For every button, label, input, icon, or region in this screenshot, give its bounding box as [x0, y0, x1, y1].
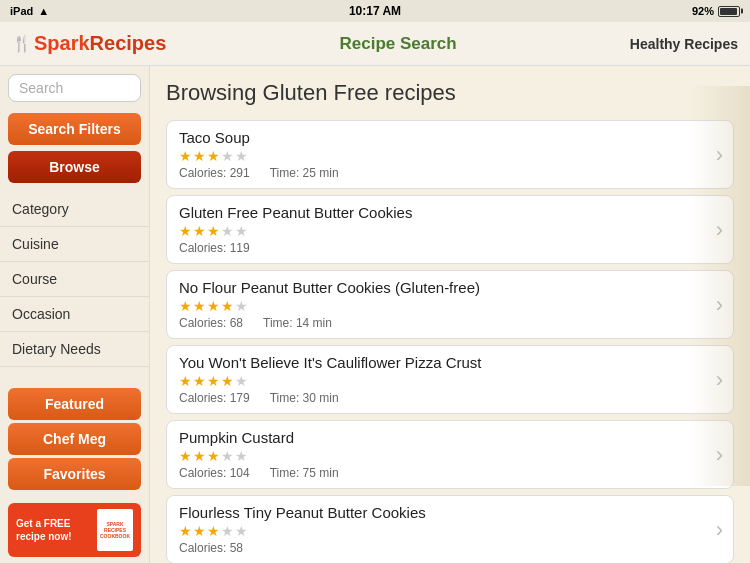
star-icon: ★	[193, 373, 206, 389]
star-icon: ★	[221, 448, 234, 464]
header: 🍴 SparkRecipes Recipe Search Healthy Rec…	[0, 22, 750, 66]
star-icon: ★	[179, 448, 192, 464]
recipe-time: Time: 75 min	[270, 466, 339, 480]
recipe-card[interactable]: Pumpkin Custard★★★★★Calories: 104Time: 7…	[166, 420, 734, 489]
header-title: Recipe Search	[339, 34, 456, 54]
recipe-meta: Calories: 68Time: 14 min	[179, 316, 705, 330]
status-time: 10:17 AM	[349, 4, 401, 18]
main-layout: Search Search Filters Browse Category Cu…	[0, 66, 750, 563]
search-input[interactable]: Search	[8, 74, 141, 102]
recipe-name: Gluten Free Peanut Butter Cookies	[179, 204, 705, 221]
promo-line1: Get a FREE	[16, 517, 93, 530]
recipe-card[interactable]: Gluten Free Peanut Butter Cookies★★★★★Ca…	[166, 195, 734, 264]
favorites-button[interactable]: Favorites	[8, 458, 141, 490]
star-icon: ★	[193, 148, 206, 164]
star-icon: ★	[207, 148, 220, 164]
main-content: Browsing Gluten Free recipes Taco Soup★★…	[150, 66, 750, 563]
star-icon: ★	[193, 523, 206, 539]
star-icon: ★	[235, 298, 248, 314]
recipe-time: Time: 14 min	[263, 316, 332, 330]
star-icon: ★	[235, 448, 248, 464]
recipe-meta: Calories: 104Time: 75 min	[179, 466, 705, 480]
logo-recipes: Recipes	[90, 32, 167, 54]
ipad-label: iPad	[10, 5, 33, 17]
recipe-calories: Calories: 58	[179, 541, 243, 555]
star-icon: ★	[179, 523, 192, 539]
recipe-card[interactable]: You Won't Believe It's Cauliflower Pizza…	[166, 345, 734, 414]
recipe-time: Time: 25 min	[270, 166, 339, 180]
sidebar-item-cuisine[interactable]: Cuisine	[0, 227, 149, 262]
star-icon: ★	[193, 448, 206, 464]
battery-icon	[718, 6, 740, 17]
star-icon: ★	[179, 223, 192, 239]
status-left: iPad ▲	[10, 5, 49, 17]
healthy-recipes-link[interactable]: Healthy Recipes	[630, 36, 738, 52]
sidebar-nav: Category Cuisine Course Occasion Dietary…	[0, 192, 149, 381]
wifi-icon: ▲	[38, 5, 49, 17]
recipe-calories: Calories: 291	[179, 166, 250, 180]
recipe-meta: Calories: 58	[179, 541, 705, 555]
search-placeholder: Search	[19, 80, 63, 96]
star-icon: ★	[221, 148, 234, 164]
star-icon: ★	[235, 523, 248, 539]
recipe-calories: Calories: 68	[179, 316, 243, 330]
star-icon: ★	[179, 148, 192, 164]
recipe-stars: ★★★★★	[179, 298, 705, 314]
recipe-stars: ★★★★★	[179, 523, 705, 539]
recipe-meta: Calories: 179Time: 30 min	[179, 391, 705, 405]
recipe-card[interactable]: Taco Soup★★★★★Calories: 291Time: 25 min	[166, 120, 734, 189]
promo-banner[interactable]: Get a FREE recipe now! SPARK RECIPES COO…	[8, 503, 141, 557]
recipe-calories: Calories: 104	[179, 466, 250, 480]
battery-percentage: 92%	[692, 5, 714, 17]
recipe-name: No Flour Peanut Butter Cookies (Gluten-f…	[179, 279, 705, 296]
sidebar-item-dietary-needs[interactable]: Dietary Needs	[0, 332, 149, 367]
promo-text: Get a FREE recipe now!	[16, 517, 93, 543]
recipe-meta: Calories: 119	[179, 241, 705, 255]
recipe-card[interactable]: No Flour Peanut Butter Cookies (Gluten-f…	[166, 270, 734, 339]
star-icon: ★	[207, 448, 220, 464]
recipe-stars: ★★★★★	[179, 373, 705, 389]
star-icon: ★	[193, 223, 206, 239]
promo-book-image: SPARK RECIPES COOKBOOK	[97, 509, 133, 551]
logo-icon: 🍴	[12, 34, 32, 53]
recipe-stars: ★★★★★	[179, 448, 705, 464]
logo-spark: Spark	[34, 32, 90, 54]
star-icon: ★	[221, 373, 234, 389]
star-icon: ★	[221, 523, 234, 539]
recipe-name: Taco Soup	[179, 129, 705, 146]
recipe-stars: ★★★★★	[179, 148, 705, 164]
recipe-calories: Calories: 179	[179, 391, 250, 405]
sidebar-item-course[interactable]: Course	[0, 262, 149, 297]
app-logo: 🍴 SparkRecipes	[12, 32, 166, 55]
star-icon: ★	[235, 223, 248, 239]
star-icon: ★	[179, 373, 192, 389]
recipe-name: Flourless Tiny Peanut Butter Cookies	[179, 504, 705, 521]
sidebar: Search Search Filters Browse Category Cu…	[0, 66, 150, 563]
star-icon: ★	[221, 298, 234, 314]
promo-line2: recipe now!	[16, 530, 93, 543]
recipe-card[interactable]: Flourless Tiny Peanut Butter Cookies★★★★…	[166, 495, 734, 563]
recipe-name: You Won't Believe It's Cauliflower Pizza…	[179, 354, 705, 371]
recipe-name: Pumpkin Custard	[179, 429, 705, 446]
sidebar-item-category[interactable]: Category	[0, 192, 149, 227]
star-icon: ★	[179, 298, 192, 314]
logo-text: SparkRecipes	[34, 32, 166, 55]
featured-button[interactable]: Featured	[8, 388, 141, 420]
status-right: 92%	[692, 5, 740, 17]
chef-meg-button[interactable]: Chef Meg	[8, 423, 141, 455]
star-icon: ★	[221, 223, 234, 239]
star-icon: ★	[235, 148, 248, 164]
sidebar-bottom-buttons: Featured Chef Meg Favorites	[0, 381, 149, 497]
recipe-stars: ★★★★★	[179, 223, 705, 239]
recipe-time: Time: 30 min	[270, 391, 339, 405]
sidebar-item-occasion[interactable]: Occasion	[0, 297, 149, 332]
page-title: Browsing Gluten Free recipes	[166, 80, 734, 106]
star-icon: ★	[207, 523, 220, 539]
browse-button[interactable]: Browse	[8, 151, 141, 183]
recipe-meta: Calories: 291Time: 25 min	[179, 166, 705, 180]
search-filters-button[interactable]: Search Filters	[8, 113, 141, 145]
star-icon: ★	[193, 298, 206, 314]
recipe-calories: Calories: 119	[179, 241, 250, 255]
recipe-list: Taco Soup★★★★★Calories: 291Time: 25 minG…	[166, 120, 734, 563]
status-bar: iPad ▲ 10:17 AM 92%	[0, 0, 750, 22]
